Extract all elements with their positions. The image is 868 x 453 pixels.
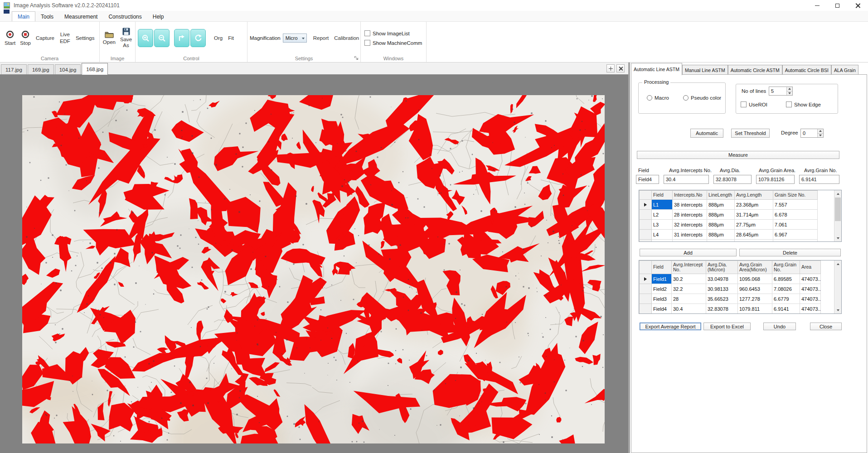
grid-column-header[interactable]: Field (652, 261, 672, 274)
grid-cell[interactable]: 1095.068 (738, 274, 772, 284)
grid-cell[interactable]: 888μm (707, 230, 735, 240)
grid-cell[interactable]: 30.98133 (706, 284, 738, 294)
grid-cell[interactable]: 474073.... (800, 304, 821, 314)
set-threshold-button[interactable]: Set Threshold (731, 129, 770, 138)
minimize-button[interactable] (807, 0, 827, 11)
field-summary-input[interactable]: 32.83078 (713, 175, 752, 184)
panel-tab-ala-grain[interactable]: ALA Grain (831, 65, 858, 75)
grid-cell[interactable]: 6.967 (773, 230, 818, 240)
grid-cell[interactable]: 27.75μm (735, 220, 773, 230)
maximize-button[interactable] (827, 0, 848, 11)
grid-cell[interactable]: L1 (652, 200, 673, 210)
degree-spinner[interactable]: 0 (800, 129, 824, 138)
close-button[interactable] (848, 0, 868, 11)
automatic-button[interactable]: Automatic (690, 129, 723, 138)
grid-cell[interactable]: 6.6779 (772, 294, 800, 304)
grid-row-header[interactable] (640, 304, 652, 314)
pseudo-color-radio[interactable]: Pseudo color (683, 95, 721, 101)
magnification-combobox[interactable]: Micro (283, 34, 307, 43)
file-tab-168-jpg[interactable]: 168.jpg (82, 63, 108, 75)
zoom-in-button[interactable] (138, 29, 153, 47)
grid-cell[interactable]: L3 (652, 220, 673, 230)
add-tab-button[interactable] (606, 64, 615, 72)
panel-tab-manual-line-astm[interactable]: Manual Line ASTM (682, 65, 728, 75)
undo-button[interactable]: Undo (763, 323, 796, 330)
grid-cell[interactable]: 7.557 (773, 200, 818, 210)
grid-column-header[interactable]: Avrg.Length (735, 191, 773, 200)
export-average-report-button[interactable]: Export Average Report (640, 323, 701, 330)
file-tab-117-jpg[interactable]: 117.jpg (1, 64, 27, 74)
grid-cell[interactable]: 31 intercepts (673, 230, 707, 240)
line-table-scrollbar[interactable] (834, 190, 841, 241)
grid-column-header[interactable]: Field (652, 191, 673, 200)
grid-cell[interactable]: 888μm (707, 220, 735, 230)
menu-item-main[interactable]: Main (12, 11, 35, 21)
fit-button[interactable]: Fit (225, 34, 237, 43)
micrograph-image[interactable] (22, 95, 605, 443)
grid-cell[interactable]: 1079.811 (738, 304, 772, 314)
grid-cell[interactable]: Field4 (652, 304, 672, 314)
camera-settings-button[interactable]: Settings (73, 34, 97, 43)
grid-cell[interactable]: 31.714μm (735, 210, 773, 220)
field-summary-input[interactable]: 30.4 (664, 175, 709, 184)
grid-cell[interactable]: 28 intercepts (673, 210, 707, 220)
grid-cell[interactable]: 30.4 (672, 304, 706, 314)
grid-cell[interactable]: 1277.278 (738, 294, 772, 304)
grid-row-header[interactable] (640, 294, 652, 304)
menu-item-measurement[interactable]: Measurement (59, 12, 103, 21)
grid-cell[interactable]: 32 intercepts (673, 220, 707, 230)
grid-column-header[interactable]: Avrg.Dia. (Micron) (706, 261, 738, 274)
grid-column-header[interactable]: LineLength (707, 191, 735, 200)
show-imagelist-checkbox[interactable]: Show ImageList (364, 30, 426, 36)
show-edge-checkbox[interactable]: Show Edge (786, 101, 821, 107)
field-summary-input[interactable]: 6.9141 (799, 175, 839, 184)
grid-cell[interactable]: Field3 (652, 294, 672, 304)
corner-arrow-button[interactable] (174, 29, 189, 47)
export-to-excel-button[interactable]: Export to Excel (703, 323, 751, 330)
grid-cell[interactable]: 888μm (707, 200, 735, 210)
grid-cell[interactable]: L5 (652, 240, 673, 242)
live-edf-button[interactable]: Live EDF (57, 30, 73, 46)
capture-button[interactable]: Capture (33, 34, 57, 43)
scroll-up-button[interactable] (834, 260, 841, 267)
useroi-checkbox[interactable]: UseROI (741, 101, 767, 107)
delete-button[interactable]: Delete (739, 249, 841, 256)
grid-cell[interactable]: 35.66523 (706, 294, 738, 304)
no-of-lines-spinner[interactable]: 5 (769, 87, 793, 96)
grid-cell[interactable]: 28.645μm (735, 230, 773, 240)
file-tab-104-jpg[interactable]: 104.jpg (55, 64, 81, 74)
calibration-button[interactable]: Calibration (331, 34, 362, 43)
dialog-launcher-icon[interactable] (354, 56, 359, 60)
field-summary-input[interactable]: Field4 (636, 175, 659, 184)
menu-item-help[interactable]: Help (147, 12, 170, 21)
grid-column-header[interactable]: Avrg.Grain No. (772, 261, 800, 274)
save-as-button[interactable]: Save As (118, 27, 134, 49)
panel-tab-automatic-circle-bsi[interactable]: Automatic Circle BSI (782, 65, 831, 75)
scrollbar-thumb[interactable] (835, 198, 841, 221)
grid-cell[interactable]: 474073.... (800, 294, 821, 304)
grid-column-header[interactable]: Area (800, 261, 821, 274)
file-tab-169-jpg[interactable]: 169.jpg (28, 64, 54, 74)
menu-item-tools[interactable]: Tools (35, 12, 59, 21)
grid-cell[interactable]: 474073.... (800, 274, 821, 284)
grid-column-header[interactable]: Avrg.Grain Area(Micron) (738, 261, 772, 274)
start-button[interactable]: Start (2, 29, 18, 47)
rotate-button[interactable] (190, 29, 206, 47)
grid-row-header[interactable] (640, 274, 652, 284)
grid-column-header[interactable]: Avrg.Intercept No. (672, 261, 706, 274)
measure-button[interactable]: Measure (637, 151, 839, 159)
grid-column-header[interactable]: Intercepts.No (673, 191, 707, 200)
show-machinecomm-checkbox[interactable]: Show MachineComm (364, 40, 426, 46)
field-summary-input[interactable]: 1079.81126 (756, 175, 795, 184)
grid-cell[interactable]: Field2 (652, 284, 672, 294)
zoom-out-button[interactable] (154, 29, 170, 47)
grid-cell[interactable]: 7.08026 (772, 284, 800, 294)
grid-cell[interactable]: 888μm (707, 240, 735, 242)
grid-cell[interactable]: 474073.... (800, 284, 821, 294)
grid-cell[interactable]: 38.608μm (735, 240, 773, 242)
grid-cell[interactable]: 30.2 (672, 274, 706, 284)
grid-row-header[interactable] (640, 210, 652, 220)
spinner-up-button[interactable] (787, 87, 792, 92)
grid-row-header[interactable] (640, 220, 652, 230)
grid-cell[interactable]: 38 intercepts (673, 200, 707, 210)
